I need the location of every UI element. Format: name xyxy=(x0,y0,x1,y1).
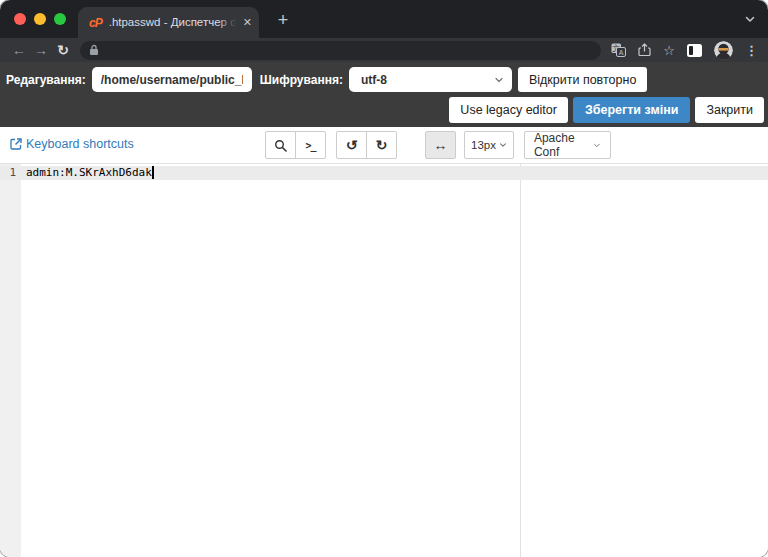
encoding-select[interactable]: utf-8 xyxy=(349,67,512,92)
tab-strip: cP .htpasswd - Диспетчер файлі ✕ + xyxy=(0,0,768,38)
cpanel-editor-header: Редагування: Шифрування: utf-8 Відкрити … xyxy=(0,62,768,127)
browser-tab[interactable]: cP .htpasswd - Диспетчер файлі ✕ xyxy=(78,7,259,38)
redo-button[interactable]: ↻ xyxy=(366,131,397,159)
address-bar[interactable] xyxy=(80,41,601,60)
editor-tool-buttons: >_ ↺ ↻ ↔ 13px Apache Conf xyxy=(265,131,611,159)
undo-icon: ↺ xyxy=(346,137,358,153)
syntax-mode-select[interactable]: Apache Conf xyxy=(524,131,611,159)
lock-icon xyxy=(89,44,99,56)
file-path-input[interactable] xyxy=(92,67,252,92)
chevron-down-icon xyxy=(593,141,601,150)
search-button[interactable] xyxy=(265,131,296,159)
close-window-button[interactable] xyxy=(14,13,26,25)
search-icon xyxy=(274,139,287,152)
print-margin-ruler xyxy=(520,164,521,557)
font-size-select[interactable]: 13px xyxy=(464,131,514,159)
browser-window: cP .htpasswd - Диспетчер файлі ✕ + ← → ↻… xyxy=(0,0,768,557)
cpanel-favicon-icon: cP xyxy=(89,16,102,30)
font-size-value: 13px xyxy=(471,139,496,151)
window-controls xyxy=(14,13,66,25)
redo-icon: ↻ xyxy=(376,137,388,153)
keyboard-shortcuts-link[interactable]: Keyboard shortcuts xyxy=(10,137,134,151)
editing-label: Редагування: xyxy=(4,73,86,87)
word-wrap-toggle[interactable]: ↔ xyxy=(425,131,456,159)
external-link-icon xyxy=(10,138,22,150)
save-button[interactable]: Зберегти зміни xyxy=(573,97,690,123)
zoom-window-button[interactable] xyxy=(54,13,66,25)
text-cursor xyxy=(152,166,154,179)
reload-icon[interactable]: ↻ xyxy=(52,39,74,61)
tab-title: .htpasswd - Диспетчер файлі xyxy=(109,15,236,30)
chevron-down-icon[interactable] xyxy=(744,13,756,25)
code-line-text: admin:M.SKrAxhD6dak xyxy=(26,166,152,179)
side-panel-icon[interactable] xyxy=(687,44,702,57)
close-button[interactable]: Закрити xyxy=(695,97,764,123)
browser-toolbar: ← → ↻ 文 A xyxy=(0,38,768,62)
encoding-selected-value: utf-8 xyxy=(361,73,387,87)
editor-toolbar: Keyboard shortcuts >_ ↺ ↻ ↔ 13px xyxy=(0,127,768,163)
share-icon[interactable] xyxy=(638,43,651,57)
browser-menu-icon[interactable]: ⋮ xyxy=(745,44,758,57)
toolbar-right-icons: 文 A ☆ xyxy=(611,41,758,60)
legacy-editor-button[interactable]: Use legacy editor xyxy=(449,97,568,123)
code-editor[interactable]: 1 admin:M.SKrAxhD6dak xyxy=(0,163,768,557)
bookmark-star-icon[interactable]: ☆ xyxy=(663,44,675,57)
keyboard-shortcuts-label: Keyboard shortcuts xyxy=(26,137,134,151)
chevron-down-icon xyxy=(499,141,507,149)
line-number: 1 xyxy=(0,166,16,180)
terminal-button[interactable]: >_ xyxy=(295,131,326,159)
forward-icon[interactable]: → xyxy=(30,39,52,61)
reopen-button[interactable]: Відкрити повторно xyxy=(518,67,647,92)
line-number-gutter xyxy=(0,164,21,557)
avatar[interactable] xyxy=(714,41,733,60)
new-tab-button[interactable]: + xyxy=(271,9,295,33)
word-wrap-icon: ↔ xyxy=(434,137,448,153)
syntax-mode-value: Apache Conf xyxy=(534,131,593,159)
terminal-icon: >_ xyxy=(305,140,315,151)
chevron-down-icon xyxy=(494,75,504,85)
file-info-row: Редагування: Шифрування: utf-8 Відкрити … xyxy=(4,67,764,92)
svg-text:A: A xyxy=(619,49,624,56)
undo-button[interactable]: ↺ xyxy=(336,131,367,159)
encoding-label: Шифрування: xyxy=(258,73,343,87)
translate-icon[interactable]: 文 A xyxy=(611,43,626,57)
action-buttons-row: Use legacy editor Зберегти зміни Закрити xyxy=(4,97,764,123)
minimize-window-button[interactable] xyxy=(34,13,46,25)
code-line[interactable]: admin:M.SKrAxhD6dak xyxy=(26,166,154,180)
close-tab-icon[interactable]: ✕ xyxy=(243,17,252,28)
back-icon[interactable]: ← xyxy=(8,39,30,61)
